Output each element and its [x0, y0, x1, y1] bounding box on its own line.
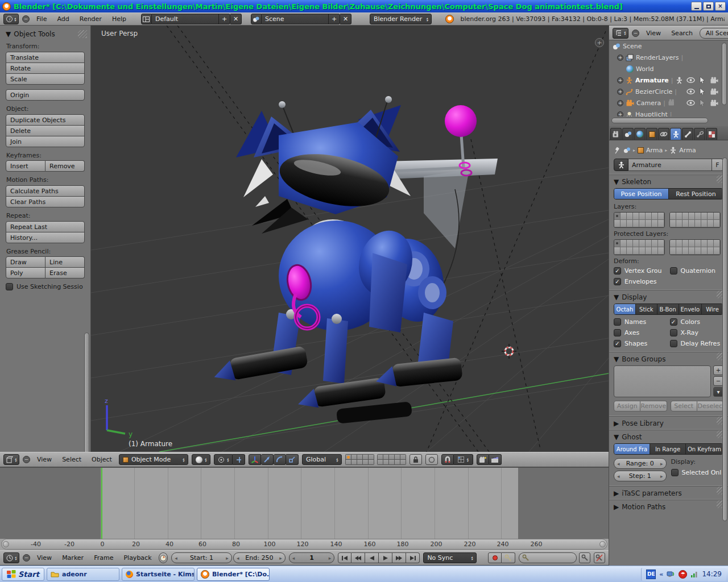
scene-browse-button[interactable]	[251, 14, 262, 24]
xray-option[interactable]: X-Ray	[670, 329, 724, 336]
shapes-option[interactable]: ✓Shapes	[614, 340, 668, 347]
screen-layout-browse-button[interactable]	[141, 14, 152, 24]
breadcrumb-object[interactable]: Arma	[646, 147, 663, 154]
editor-type-button[interactable]: ▴▾	[3, 552, 19, 563]
origin-button[interactable]: Origin	[6, 89, 85, 101]
ik-target-ball[interactable]	[445, 105, 477, 137]
in-range-button[interactable]: In Range	[650, 444, 685, 454]
editor-type-button[interactable]: i ▴▾	[3, 14, 19, 24]
scene-delete-button[interactable]: ✕	[340, 14, 351, 24]
collapse-menus-icon[interactable]: −	[632, 30, 639, 37]
selectable-cursor-icon[interactable]	[700, 88, 705, 95]
tray-expand-icon[interactable]: «	[659, 571, 663, 578]
menu-select[interactable]: Select	[59, 456, 85, 463]
editor-type-button[interactable]: ▴▾	[3, 454, 19, 465]
envelope-button[interactable]: Envelo	[679, 304, 702, 314]
jump-to-end-button[interactable]	[406, 552, 420, 563]
viewport-shading-select[interactable]: ▴▾	[192, 454, 210, 465]
taskbar-task-firefox[interactable]: Startseite - Kims...	[122, 568, 195, 581]
selectable-cursor-icon[interactable]	[700, 77, 705, 84]
translate-button[interactable]: Translate	[6, 52, 85, 63]
outliner-row-beziercircle[interactable]: + BezierCircle|	[609, 86, 721, 97]
fake-user-button[interactable]: F	[712, 159, 723, 171]
menu-view[interactable]: View	[643, 30, 664, 37]
outliner-row-scene[interactable]: Scene	[609, 40, 721, 52]
bone-groups-panel-header[interactable]: ▼Bone Groups	[614, 352, 723, 365]
timeline-scale[interactable]: -40 -20 0 20 40 60 80 100 120 140 160 18…	[1, 539, 607, 550]
tab-constraints[interactable]	[658, 128, 669, 140]
insert-keyframes-button[interactable]	[579, 552, 590, 563]
display-filter-select[interactable]: All Scenes	[700, 28, 728, 39]
viewport-3d[interactable]: z y User Persp (1) Armature +	[91, 26, 609, 452]
orientation-select[interactable]: Global▴▾	[302, 454, 342, 465]
tab-object-data-armature[interactable]	[670, 128, 681, 140]
outliner-row-world[interactable]: World	[609, 63, 721, 74]
menu-view[interactable]: View	[34, 554, 55, 562]
outliner-hscrollbar[interactable]	[611, 118, 708, 123]
auto-keyframe-button[interactable]	[488, 552, 502, 563]
colors-option[interactable]: ✓Colors	[670, 318, 724, 326]
armature-crumb-icon[interactable]	[669, 147, 677, 154]
menu-playback[interactable]: Playback	[120, 554, 155, 562]
ghost-panel-header[interactable]: ▼Ghost	[614, 430, 723, 443]
tab-world[interactable]	[634, 128, 646, 140]
proportional-edit-button[interactable]	[425, 454, 438, 465]
rotate-button[interactable]: Rotate	[6, 63, 85, 74]
delete-keyframes-button[interactable]	[594, 552, 605, 563]
outliner-row-hauptlicht[interactable]: + Hauptlicht|	[609, 109, 721, 117]
restore-button[interactable]	[703, 2, 714, 11]
renderable-camera-icon[interactable]	[710, 88, 718, 95]
taskbar-task-adeonr[interactable]: adeonr	[47, 568, 119, 581]
mode-select[interactable]: Object Mode ▴▾	[119, 454, 188, 465]
frame-end-field[interactable]: ◂End: 250▸	[233, 552, 286, 563]
scene-add-button[interactable]: +	[329, 14, 340, 24]
menu-search[interactable]: Search	[668, 30, 696, 37]
menu-object[interactable]: Object	[88, 456, 115, 463]
active-keying-set-field[interactable]	[519, 552, 577, 563]
render-engine-select[interactable]: Blender Render▴▾	[370, 14, 432, 24]
editor-type-button[interactable]: ▴▾	[613, 28, 628, 39]
remove-keyframe-button[interactable]: Remove	[46, 160, 85, 172]
visibility-eye-icon[interactable]	[686, 89, 695, 94]
names-option[interactable]: Names	[614, 318, 668, 326]
gp-line-button[interactable]: Line	[46, 256, 85, 268]
pose-library-panel-header[interactable]: ▶Pose Library	[614, 417, 723, 430]
visibility-eye-icon[interactable]	[686, 100, 695, 106]
visibility-eye-icon[interactable]	[686, 77, 695, 83]
selected-only-option[interactable]: Selected Onl	[671, 469, 724, 476]
object-tools-panel-header[interactable]: ▼ Object Tools	[6, 30, 85, 38]
datablock-name-field[interactable]: Armature	[628, 159, 712, 171]
duplicate-objects-button[interactable]: Duplicate Objects	[6, 114, 85, 126]
display-panel-header[interactable]: ▼Display	[614, 290, 723, 304]
deselect-button[interactable]: Deselec	[697, 401, 723, 411]
clear-paths-button[interactable]: Clear Paths	[6, 196, 85, 207]
motion-paths-panel-header[interactable]: ▶Motion Paths	[614, 500, 723, 513]
ghost-step-field[interactable]: ◂Step: 1▸	[614, 471, 667, 481]
vertex-groups-option[interactable]: ✓Vertex Grou	[614, 267, 668, 275]
renderable-camera-icon[interactable]	[710, 77, 718, 84]
timeline-scrub-area[interactable]	[0, 468, 609, 539]
tab-render[interactable]	[610, 128, 622, 140]
pin-icon[interactable]	[614, 147, 621, 154]
next-keyframe-button[interactable]	[392, 552, 406, 563]
manipulator-rotate-button[interactable]	[274, 454, 286, 465]
axes-option[interactable]: Axes	[614, 329, 668, 336]
collapse-menus-icon[interactable]: −	[23, 456, 30, 463]
taskbar-task-blender[interactable]: Blender* [C:\Do...	[197, 568, 270, 581]
sketching-session-row[interactable]: Use Sketching Sessio	[6, 283, 85, 290]
scene-field[interactable]: Scene	[262, 14, 329, 24]
expander-icon[interactable]: +	[617, 89, 623, 95]
skeleton-panel-header[interactable]: ▼Skeleton	[614, 175, 723, 188]
breadcrumb-data[interactable]: Arma	[679, 147, 696, 154]
gp-poly-button[interactable]: Poly	[6, 267, 46, 278]
calculate-paths-button[interactable]: Calculate Paths	[6, 185, 85, 197]
manipulator-toggle-button[interactable]	[233, 454, 245, 465]
outliner-row-renderlayers[interactable]: + RenderLayers|	[609, 52, 721, 63]
close-button[interactable]: ×	[715, 2, 726, 11]
use-preview-range-button[interactable]	[159, 552, 168, 563]
lock-to-scene-button[interactable]	[410, 454, 422, 465]
snap-toggle-button[interactable]	[441, 454, 454, 465]
manipulator-scale-button[interactable]	[286, 454, 299, 465]
layers-widget[interactable]	[345, 454, 406, 465]
signal-icon[interactable]	[690, 571, 698, 578]
